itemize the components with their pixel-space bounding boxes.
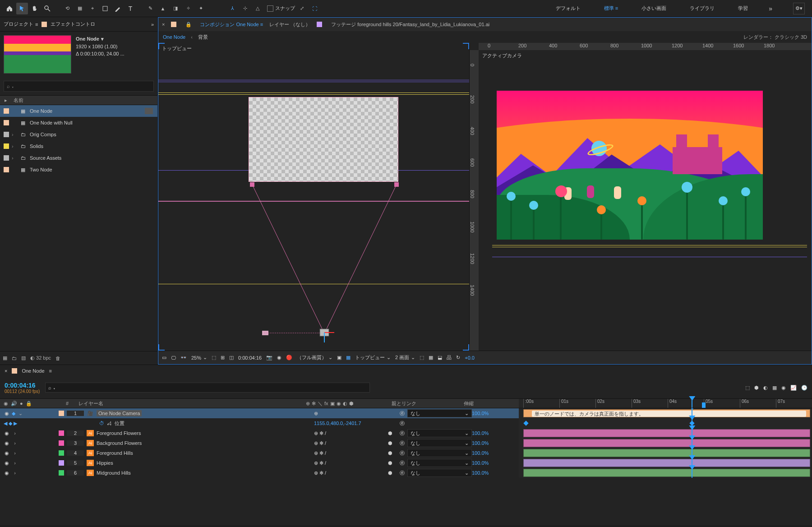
roto-tool-icon[interactable]: ✧ bbox=[182, 3, 194, 14]
quality-dropdown[interactable]: （フル画質） ⌄ bbox=[297, 354, 332, 361]
project-item[interactable]: ›🗀Source Assets bbox=[0, 152, 157, 164]
layer-bar[interactable] bbox=[523, 439, 810, 447]
mask-toggle-icon[interactable]: ◫ bbox=[229, 355, 234, 361]
playhead[interactable] bbox=[692, 399, 692, 408]
col-name[interactable]: 名前 bbox=[14, 97, 23, 104]
axis-world-icon[interactable]: ⊹ bbox=[239, 3, 251, 14]
3d-glasses-icon[interactable]: 👓 bbox=[180, 355, 187, 361]
disclosure-icon[interactable]: › bbox=[12, 460, 18, 466]
ws-default[interactable]: デフォルト bbox=[553, 3, 583, 14]
pen-tool-icon[interactable] bbox=[112, 3, 124, 14]
exposure-value[interactable]: +0.0 bbox=[465, 355, 475, 361]
puppet-tool-icon[interactable]: ✦ bbox=[195, 3, 207, 14]
breadcrumb-comp[interactable]: One Node bbox=[163, 34, 185, 40]
resolution-icon[interactable]: 🖵 bbox=[171, 355, 176, 361]
pickwhip-icon[interactable]: ⓔ bbox=[400, 420, 405, 427]
active-camera-pane[interactable]: 020040060080010001200140016001800 0 200 … bbox=[470, 43, 812, 351]
zoom-dropdown[interactable]: 25% ⌄ bbox=[191, 355, 207, 361]
ws-library[interactable]: ライブラリ bbox=[687, 3, 717, 14]
layer-color-chip[interactable] bbox=[59, 411, 64, 416]
3d-layer-icon[interactable]: ⬢ bbox=[388, 460, 392, 466]
parent-dropdown[interactable]: なし⌄ bbox=[407, 469, 472, 477]
disclosure-icon[interactable]: › bbox=[12, 155, 16, 161]
orbit-icon[interactable]: ⟲ bbox=[61, 3, 73, 14]
eye-icon[interactable]: ◉ bbox=[4, 430, 10, 436]
col-eye-icon[interactable]: ◉ bbox=[4, 401, 8, 407]
col-audio-icon[interactable]: 🔊 bbox=[11, 401, 17, 407]
view-count-dropdown[interactable]: 2 画面 ⌄ bbox=[395, 354, 415, 361]
axis-local-icon[interactable]: ⅄ bbox=[226, 3, 238, 14]
ws-more-icon[interactable]: » bbox=[769, 5, 772, 12]
disclosure-icon[interactable]: › bbox=[12, 440, 18, 446]
layer-bar[interactable] bbox=[523, 429, 810, 437]
col-lock-icon[interactable]: 🔒 bbox=[26, 401, 32, 407]
search-all-icon[interactable]: ⚙▾ bbox=[793, 3, 805, 14]
layer-bar-area[interactable] bbox=[519, 458, 812, 468]
fast-preview-icon[interactable]: ▦ bbox=[429, 355, 433, 361]
tl-draft3d-icon[interactable]: ⬢ bbox=[754, 385, 759, 391]
keyframe[interactable] bbox=[690, 421, 695, 425]
ws-standard[interactable]: 標準 ≡ bbox=[601, 3, 621, 14]
pickwhip-icon[interactable]: ⓔ bbox=[400, 410, 405, 417]
pickwhip-icon[interactable]: ⓔ bbox=[400, 440, 405, 447]
tl-comp-mini-icon[interactable]: ⬚ bbox=[745, 385, 750, 391]
stretch-value[interactable]: 100.0% bbox=[472, 460, 512, 466]
disclosure-icon[interactable]: › bbox=[12, 132, 16, 137]
tab-effect-controls[interactable]: エフェクトコントロ bbox=[51, 21, 95, 28]
layer-switches[interactable]: ⊕ ✻ /⬢ bbox=[314, 450, 400, 456]
brush-tool-icon[interactable]: ✎ bbox=[144, 3, 156, 14]
property-value[interactable]: 1155.0,480.0,-2401.7 bbox=[314, 421, 361, 426]
layer-bar[interactable] bbox=[523, 449, 810, 457]
project-item[interactable]: ▦Two Node bbox=[0, 164, 157, 176]
eye-icon[interactable]: ◉ bbox=[4, 440, 10, 446]
tab-composition[interactable]: コンポジション One Node ≡ bbox=[200, 21, 263, 28]
keyframe[interactable] bbox=[523, 421, 528, 425]
project-search-input[interactable]: ⌕ ▾ bbox=[4, 81, 154, 92]
snap-bound-icon[interactable]: ⛶ bbox=[309, 3, 320, 14]
tl-frameblend-icon[interactable]: ▦ bbox=[772, 385, 777, 391]
3d-layer-icon[interactable]: ⬢ bbox=[388, 430, 392, 436]
layer-color-chip[interactable] bbox=[59, 440, 64, 446]
kf-nav-icon[interactable]: ◀ ◆ ▶ bbox=[4, 421, 17, 426]
disclosure-icon[interactable]: › bbox=[12, 450, 18, 456]
comp-tab-close-icon[interactable]: × bbox=[162, 22, 165, 27]
timeline-search-input[interactable]: ⌕ ▾ bbox=[45, 383, 370, 393]
timeline-row[interactable]: ◉ › 2 Ai Foreground Flowers ⊕ ✻ /⬢ ⓔ なし⌄… bbox=[0, 428, 812, 438]
layer-marker[interactable]: 単一のノードでは、カメラは真正面を指します。 bbox=[532, 411, 806, 417]
tl-tab-name[interactable]: One Node bbox=[22, 368, 44, 374]
col-stretch[interactable]: 伸縮 bbox=[464, 400, 504, 407]
flowchart-badge-icon[interactable] bbox=[145, 108, 153, 114]
current-time[interactable]: 0:00:04:16 bbox=[238, 355, 262, 361]
parent-dropdown[interactable]: なし⌄ bbox=[407, 459, 472, 467]
tab-layer[interactable]: レイヤー （なし） bbox=[269, 21, 310, 28]
parent-dropdown[interactable]: なし⌄ bbox=[407, 449, 472, 457]
view-dropdown[interactable]: トップビュー ⌄ bbox=[355, 354, 391, 361]
ws-learn[interactable]: 学習 bbox=[735, 3, 751, 14]
timeline-ruler[interactable]: :00s01s02s03s04s05s06s07s bbox=[519, 399, 812, 408]
type-tool-icon[interactable]: T bbox=[125, 3, 136, 14]
disclosure-icon[interactable]: › bbox=[12, 430, 18, 436]
layer-bar[interactable] bbox=[523, 459, 810, 467]
3d-layer-icon[interactable]: ⬢ bbox=[388, 450, 392, 456]
eye-icon[interactable]: ◉ bbox=[4, 460, 10, 466]
breadcrumb-child[interactable]: 背景 bbox=[198, 34, 208, 41]
tab-footage[interactable]: フッテージ foreground hills 20/Fantasy_land_b… bbox=[331, 21, 489, 28]
show-snapshot-icon[interactable]: ◉ bbox=[277, 355, 281, 361]
top-view-pane[interactable]: トップビュー bbox=[158, 43, 470, 351]
pan-behind-icon[interactable]: ⌖ bbox=[87, 3, 98, 14]
layer-color-chip[interactable] bbox=[59, 470, 64, 476]
hand-tool-icon[interactable] bbox=[29, 3, 41, 14]
tl-shy-icon[interactable]: ◐ bbox=[763, 385, 768, 391]
3d-layer-icon[interactable]: ⬢ bbox=[388, 440, 392, 446]
lock-icon[interactable]: 🔒 bbox=[185, 22, 192, 28]
bpc-toggle[interactable]: ◐ 32 bpc bbox=[30, 355, 51, 361]
sort-icon[interactable]: ▸ bbox=[3, 97, 9, 103]
kf-nav-prev-icon[interactable]: ◆ bbox=[12, 411, 15, 416]
camera-tool-icon[interactable]: ▦ bbox=[74, 3, 86, 14]
tl-tab-close-icon[interactable]: × bbox=[5, 368, 7, 374]
transparency-grid-icon[interactable]: ▦ bbox=[346, 355, 351, 361]
pickwhip-icon[interactable]: ⓔ bbox=[400, 470, 405, 476]
dropdown-icon[interactable]: ▾ bbox=[101, 35, 104, 43]
layer-bar-area[interactable]: 単一のノードでは、カメラは真正面を指します。 bbox=[519, 408, 812, 418]
mag-icon[interactable]: ▭ bbox=[162, 355, 166, 361]
